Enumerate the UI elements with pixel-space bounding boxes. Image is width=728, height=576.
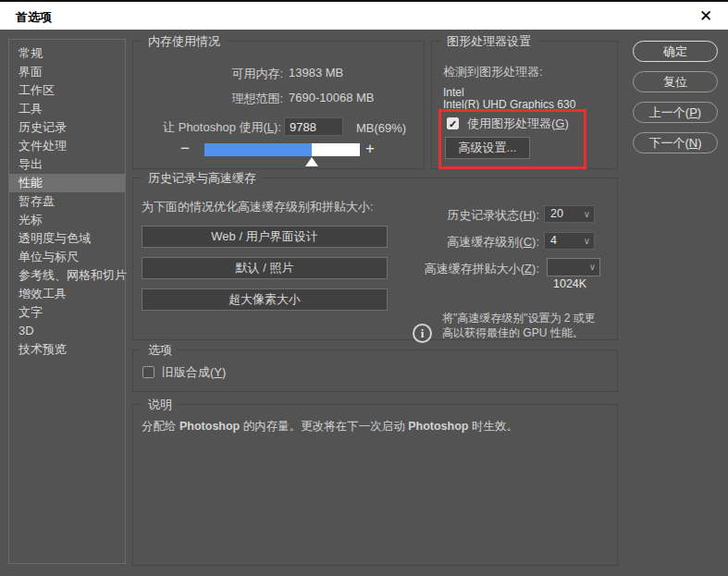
history-section-title: 历史记录与高速缓存 <box>142 170 262 187</box>
preset-button-huge-pixels[interactable]: 超大像素大小 <box>142 288 388 311</box>
memory-usage-section: 内存使用情况 可用内存: 13983 MB 理想范围: 7690-10068 M… <box>132 41 425 169</box>
window-title: 首选项 <box>16 9 52 26</box>
sidebar-item-workspace[interactable]: 工作区 <box>9 81 125 100</box>
sidebar-item-type[interactable]: 文字 <box>9 303 125 322</box>
legacy-compositing-checkbox[interactable] <box>142 366 154 378</box>
preferences-sidebar: 常规 界面 工作区 工具 历史记录 文件处理 导出 性能 暂存盘 光标 透明度与… <box>8 39 126 564</box>
window-titlebar: 首选项 ✕ <box>0 0 728 30</box>
cache-levels-select[interactable]: ∨ 4 <box>544 232 595 250</box>
chevron-down-icon: ∨ <box>584 233 590 249</box>
memory-usage-suffix: MB(69%) <box>356 121 406 135</box>
info-icon: i <box>413 324 432 343</box>
chevron-down-icon: ∨ <box>584 206 590 222</box>
memory-slider-fill <box>204 143 312 156</box>
gpu-model: Intel(R) UHD Graphics 630 <box>443 99 575 111</box>
sidebar-item-cursors[interactable]: 光标 <box>9 211 125 229</box>
sidebar-item-export[interactable]: 导出 <box>9 155 125 174</box>
options-section: 选项 旧版合成(Y) <box>132 349 618 392</box>
memory-usage-input[interactable] <box>284 117 343 136</box>
ideal-range-value: 7690-10068 MB <box>289 91 375 104</box>
sidebar-item-interface[interactable]: 界面 <box>9 63 125 81</box>
memory-slider-track[interactable] <box>204 143 360 156</box>
preset-button-web-ui[interactable]: Web / 用户界面设计 <box>142 226 388 248</box>
gpu-section-title: 图形处理器设置 <box>441 33 537 50</box>
close-icon[interactable]: ✕ <box>696 6 716 27</box>
sidebar-item-file-handling[interactable]: 文件处理 <box>9 137 125 155</box>
preferences-dialog: 常规 界面 工作区 工具 历史记录 文件处理 导出 性能 暂存盘 光标 透明度与… <box>0 30 728 576</box>
ideal-range-label: 理想范围: <box>154 91 283 107</box>
sidebar-item-technology-previews[interactable]: 技术预览 <box>9 340 125 359</box>
sidebar-item-history-log[interactable]: 历史记录 <box>9 118 125 137</box>
legacy-compositing-label: 旧版合成(Y) <box>162 364 226 381</box>
slider-minus-button[interactable]: − <box>180 140 190 158</box>
previous-button[interactable]: 上一个(P) <box>633 102 718 123</box>
description-section: 说明 分配给 Photoshop 的内存量。更改将在下一次启动 Photosho… <box>132 404 618 566</box>
available-ram-value: 13983 MB <box>289 66 343 80</box>
optimize-hint: 为下面的情况优化高速缓存级别和拼贴大小: <box>142 199 374 215</box>
sidebar-item-3d[interactable]: 3D <box>9 322 125 340</box>
gpu-settings-section: 图形处理器设置 检测到图形处理器: Intel Intel(R) UHD Gra… <box>431 41 618 169</box>
use-gpu-checkbox[interactable]: ✓ <box>447 117 459 129</box>
history-states-select[interactable]: ∨ 20 <box>544 205 595 223</box>
next-button[interactable]: 下一个(N) <box>633 132 718 153</box>
chevron-down-icon: ∨ <box>589 259 596 276</box>
history-cache-section: 历史记录与高速缓存 为下面的情况优化高速缓存级别和拼贴大小: Web / 用户界… <box>132 178 618 340</box>
options-section-title: 选项 <box>142 342 178 359</box>
cache-tile-size-label: 高速缓存拼贴大小(Z): <box>399 261 539 277</box>
reset-button[interactable]: 复位 <box>633 71 718 92</box>
memory-slider-thumb[interactable] <box>305 157 318 166</box>
sidebar-item-guides-grid-slices[interactable]: 参考线、网格和切片 <box>9 266 125 285</box>
memory-section-title: 内存使用情况 <box>142 33 226 50</box>
sidebar-item-general[interactable]: 常规 <box>9 44 125 63</box>
advanced-settings-button[interactable]: 高级设置... <box>445 137 530 159</box>
description-text: 分配给 Photoshop 的内存量。更改将在下一次启动 Photoshop 时… <box>142 419 518 435</box>
sidebar-item-units-rulers[interactable]: 单位与标尺 <box>9 248 125 266</box>
cache-levels-label: 高速缓存级别(C): <box>399 234 539 251</box>
available-ram-label: 可用内存: <box>154 66 283 82</box>
description-section-title: 说明 <box>142 397 178 413</box>
cache-note: 将"高速缓存级别"设置为 2 或更 高以获得最佳的 GPU 性能。 <box>442 311 623 340</box>
use-gpu-label: 使用图形处理器(G) <box>467 116 569 132</box>
sidebar-item-plugins[interactable]: 增效工具 <box>9 285 125 303</box>
cache-tile-size-select[interactable]: ∨ 1024K <box>547 258 600 276</box>
memory-usage-label: 让 Photoshop 使用(L): <box>152 119 281 136</box>
sidebar-item-performance[interactable]: 性能 <box>9 174 125 192</box>
history-states-label: 历史记录状态(H): <box>399 207 539 224</box>
detected-gpu-label: 检测到图形处理器: <box>443 64 543 80</box>
ok-button[interactable]: 确定 <box>633 41 718 62</box>
sidebar-item-tools[interactable]: 工具 <box>9 100 125 118</box>
preset-button-default-photo[interactable]: 默认 / 照片 <box>142 257 388 279</box>
sidebar-item-transparency-gamut[interactable]: 透明度与色域 <box>9 229 125 248</box>
slider-plus-button[interactable]: + <box>365 140 375 158</box>
sidebar-item-scratch-disks[interactable]: 暂存盘 <box>9 192 125 211</box>
